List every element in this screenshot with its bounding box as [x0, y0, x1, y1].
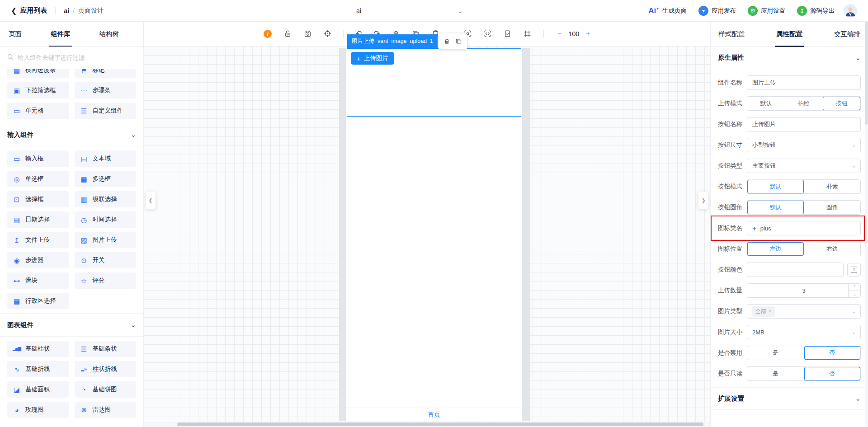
sidebar-item-select[interactable]: ⊡选择框 [7, 191, 69, 207]
button-mode-option-1[interactable]: 朴素 [804, 180, 861, 193]
field-control-image-size: 2MB⌄ [747, 325, 861, 339]
user-avatar[interactable] [844, 4, 857, 18]
sidebar-tab-pages[interactable]: 页面 [7, 22, 23, 47]
lock-open-icon[interactable] [283, 30, 292, 38]
upload-mode-option-1[interactable]: 拍照 [785, 97, 823, 110]
sidebar-tab-tree[interactable]: 结构树 [98, 22, 121, 47]
sidebar-item-date-picker[interactable]: ▦日期选择 [7, 211, 69, 228]
collapse-sidebar-button[interactable]: ❮ [146, 192, 156, 209]
sidebar-item-custom-component[interactable]: ☰自定义组件 [75, 103, 137, 119]
topbar-action-label: 源码导出 [810, 7, 835, 15]
back-to-app-list[interactable]: ❮ 应用列表 [11, 6, 47, 15]
readonly-option-0[interactable]: 是 [747, 367, 804, 380]
selected-component-image-upload[interactable]: + 上传图片 [347, 48, 521, 117]
zoom-out-button[interactable]: − [557, 30, 561, 38]
button-color-clear-button[interactable]: × [847, 263, 861, 277]
sidebar-item-image-upload[interactable]: ▨图片上传 [75, 232, 137, 248]
panel-tab-interaction[interactable]: 交互编排 [833, 22, 862, 47]
sidebar-item-checkbox[interactable]: ▦多选框 [75, 171, 137, 187]
sidebar-item-radio[interactable]: ◎单选框 [7, 171, 69, 187]
upload-count-input[interactable]: 3 [747, 283, 861, 298]
sidebar-item-label: 日期选择 [25, 216, 50, 224]
sidebar-section-chart-components[interactable]: 图表组件⌄ [0, 313, 143, 337]
icon-position-option-0[interactable]: 左边 [747, 242, 804, 256]
sidebar-item-h-progress[interactable]: ▤横向进度条 [7, 69, 69, 78]
sidebar-item-rate[interactable]: ☆评分 [75, 272, 137, 289]
save-icon[interactable] [303, 30, 311, 38]
gear-icon: ⚙ [748, 6, 758, 16]
breadcrumb-app[interactable]: ai [64, 7, 69, 14]
sidebar-item-switch[interactable]: ⊙开关 [75, 252, 137, 268]
copy-component-icon[interactable] [455, 38, 462, 45]
disabled-option-1[interactable]: 否 [804, 346, 861, 360]
stepper-down-icon[interactable]: ⌄ [849, 291, 861, 298]
field-control-component-name: 图片上传 [747, 75, 861, 90]
extend-settings-section-header[interactable]: 扩展设置 ⌄ [711, 387, 868, 410]
button-type-select[interactable]: 主要按钮 [747, 159, 861, 173]
sidebar-item-stepper[interactable]: ◉步进器 [7, 252, 69, 268]
sidebar-item-pie-chart[interactable]: ◔基础饼图 [75, 381, 137, 398]
sidebar-item-textarea[interactable]: ▤文本域 [75, 150, 137, 167]
readonly-option-1[interactable]: 否 [804, 367, 861, 380]
icon-class-input[interactable]: +plus [747, 221, 861, 235]
page-select-dropdown[interactable]: ai ⌄ [356, 0, 463, 22]
topbar-action-ai-generate[interactable]: Ai✦生成页面 [648, 6, 687, 15]
button-size-select[interactable]: 小型按钮 [747, 138, 861, 152]
sidebar-item-bar-line-chart[interactable]: ▂∿柱状折线 [75, 361, 137, 377]
sidebar-item-cell[interactable]: ▭单元格 [7, 103, 69, 119]
button-mode-option-0[interactable]: 默认 [747, 180, 804, 193]
topbar-action-app-publish[interactable]: ➤应用发布 [698, 6, 736, 16]
ai-logo-icon: Ai✦ [648, 6, 659, 15]
sidebar-item-dropdown-filter[interactable]: ▣下拉筛选框 [7, 82, 69, 99]
icon-position-option-1[interactable]: 右边 [804, 242, 861, 256]
textarea-icon: ▤ [80, 155, 88, 162]
doc-check-icon[interactable] [504, 30, 512, 38]
component-name-input[interactable]: 图片上传 [747, 75, 861, 90]
bottom-nav-home[interactable]: 首页 [346, 408, 522, 421]
upload-mode-option-2[interactable]: 按钮 [822, 97, 860, 110]
sidebar-item-time-picker[interactable]: ◷时间选择 [75, 211, 137, 228]
topbar-action-app-settings[interactable]: ⚙应用设置 [748, 6, 785, 16]
sidebar-item-cascader[interactable]: ▥级联选择 [75, 191, 137, 207]
collapse-panel-button[interactable]: ❯ [698, 192, 708, 209]
sidebar-item-rose-chart[interactable]: ◕玫瑰图 [7, 402, 69, 418]
zoom-in-button[interactable]: + [586, 30, 590, 38]
field-label-component-name: 组件名称 [718, 79, 747, 87]
button-color-input[interactable] [747, 263, 844, 277]
code-scan-icon[interactable] [484, 30, 492, 38]
button-radius-option-0[interactable]: 默认 [747, 201, 804, 214]
sidebar-item-file-upload[interactable]: ↥文件上传 [7, 232, 69, 248]
tag-remove-icon[interactable]: × [769, 308, 772, 314]
icon-class-value: plus [760, 225, 771, 232]
sidebar-item-slider[interactable]: ⊷滑块 [7, 272, 69, 289]
button-radius-option-1[interactable]: 圆角 [804, 201, 861, 214]
sidebar-item-district-picker[interactable]: ▦行政区选择 [7, 293, 69, 309]
crosshair-icon[interactable] [323, 30, 331, 38]
frame-icon[interactable] [524, 30, 532, 38]
disabled-option-0[interactable]: 是 [747, 346, 804, 360]
info-icon[interactable]: i [264, 30, 272, 38]
panel-tab-props[interactable]: 属性配置 [775, 22, 804, 47]
sidebar-item-area-chart[interactable]: ◪基础面积 [7, 381, 69, 398]
upload-image-button[interactable]: + 上传图片 [351, 52, 394, 65]
sidebar-item-input[interactable]: ▭输入框 [7, 150, 69, 167]
horizontal-scrollbar-thumb[interactable] [177, 422, 703, 426]
search-input[interactable] [18, 54, 136, 61]
sidebar-item-radar-chart[interactable]: ☸雷达图 [75, 402, 137, 418]
sidebar-tab-components[interactable]: 组件库 [49, 22, 72, 47]
button-name-input[interactable]: 上传图片 [747, 117, 861, 131]
sidebar-item-hbar-chart[interactable]: ☰基础条状 [75, 341, 137, 357]
sidebar-item-line-chart[interactable]: ∿基础折线 [7, 361, 69, 377]
sidebar-item-bar-chart[interactable]: ▂▅▇基础柱状 [7, 341, 69, 357]
sidebar-item-steps[interactable]: ⋯步骤条 [75, 82, 137, 99]
image-type-select[interactable]: 全部× [747, 304, 861, 319]
topbar-action-code-export[interactable]: ↥源码导出 [797, 6, 835, 16]
upload-mode-option-0[interactable]: 默认 [747, 97, 785, 110]
stepper-up-icon[interactable]: ⌃ [849, 283, 861, 291]
image-size-select[interactable]: 2MB [747, 325, 861, 339]
sidebar-item-badge[interactable]: ⚑标记 [75, 69, 137, 78]
native-props-section-header[interactable]: 原生属性 ⌄ [711, 47, 868, 69]
delete-component-icon[interactable] [443, 38, 450, 45]
sidebar-section-input-components[interactable]: 输入组件⌄ [0, 123, 143, 146]
panel-tab-style[interactable]: 样式配置 [717, 22, 746, 47]
